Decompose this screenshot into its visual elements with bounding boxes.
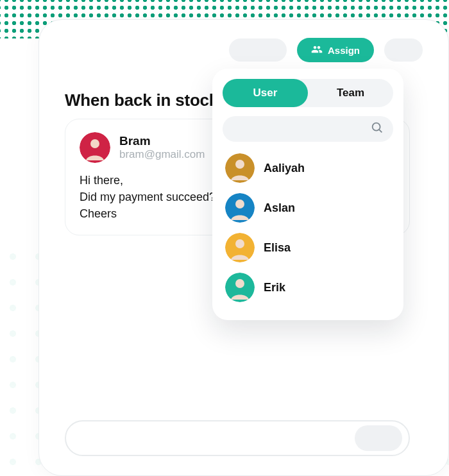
svg-point-11: [235, 279, 244, 288]
tab-team[interactable]: Team: [308, 79, 393, 107]
svg-line-3: [379, 130, 382, 132]
user-name: Erik: [264, 281, 285, 294]
search-input[interactable]: [232, 123, 370, 135]
tab-user[interactable]: User: [223, 79, 308, 107]
svg-point-7: [235, 200, 244, 208]
user-name: Aaliyah: [264, 162, 305, 175]
user-avatar: [225, 233, 255, 262]
user-row[interactable]: Erik: [223, 268, 393, 307]
ticket-subject: When back in stock: [65, 90, 218, 110]
segmented-control: User Team: [223, 79, 393, 107]
toolbar-placeholder: [384, 38, 423, 62]
svg-point-5: [235, 160, 244, 169]
toolbar: Assign: [229, 38, 423, 62]
user-avatar: [225, 153, 255, 183]
reply-send-button[interactable]: [355, 425, 402, 451]
reply-input[interactable]: [65, 420, 410, 456]
sender-avatar: [80, 132, 110, 163]
ticket-card: Assign When back in stock Bram bram@gmai…: [38, 19, 449, 476]
assign-dropdown: User Team AaliyahAslanElisaErik: [212, 69, 403, 320]
svg-point-9: [235, 239, 244, 248]
people-icon: [311, 44, 323, 57]
assign-button-label: Assign: [328, 45, 360, 56]
svg-point-1: [90, 139, 99, 148]
user-name: Elisa: [264, 241, 291, 255]
search-icon: [370, 121, 384, 137]
toolbar-placeholder: [229, 38, 287, 62]
assign-button[interactable]: Assign: [297, 38, 374, 62]
user-row[interactable]: Aaliyah: [223, 148, 393, 188]
sender-email: bram@gmail.com: [119, 148, 205, 161]
user-row[interactable]: Elisa: [223, 228, 393, 268]
user-row[interactable]: Aslan: [223, 188, 393, 228]
user-name: Aslan: [264, 201, 295, 215]
user-list: AaliyahAslanElisaErik: [223, 148, 393, 307]
svg-point-2: [373, 123, 380, 131]
user-search[interactable]: [223, 116, 393, 142]
user-avatar: [225, 193, 255, 223]
sender-name: Bram: [119, 134, 205, 148]
user-avatar: [225, 273, 255, 302]
